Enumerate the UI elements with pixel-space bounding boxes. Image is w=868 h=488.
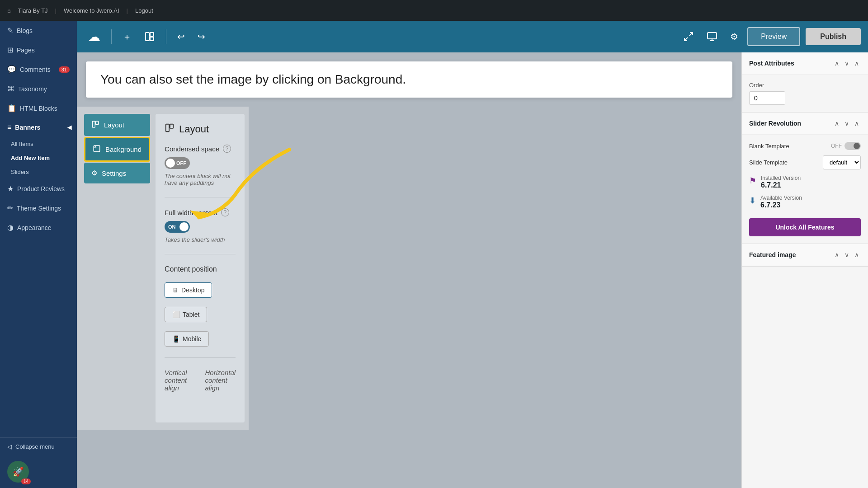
align-row: Vertical content align Horizontal conten… [165,369,236,403]
post-attributes-collapse-up[interactable]: ∧ [833,59,841,68]
avatar-badge: 14 [21,479,31,484]
condensed-toggle-knob [166,159,175,168]
undo-button[interactable]: ↩ [174,28,189,46]
full-width-toggle[interactable]: ON [165,221,190,233]
blank-template-row: Blank Template OFF [749,142,861,150]
fullscreen-button[interactable] [679,28,698,46]
position-tab-desktop[interactable]: 🖥 Desktop [165,282,212,298]
sr-collapse-up[interactable]: ∧ [833,119,841,128]
position-tab-tablet[interactable]: ⬜ Tablet [165,307,207,322]
panel-nav: Layout Background ⚙ Settings [84,114,150,422]
banners-arrow-icon: ◀ [67,124,71,131]
blank-template-toggle[interactable]: OFF [831,142,861,150]
sidebar-item-banners[interactable]: ≡ Banners ◀ [0,118,77,137]
comments-badge: 31 [59,66,70,73]
available-version-info: Available Version 6.7.23 [760,195,802,209]
svg-rect-9 [92,121,95,127]
taxonomy-icon: ⌘ [7,84,14,93]
redo-button[interactable]: ↪ [194,28,209,46]
sidebar-item-pages[interactable]: ⊞ Pages [0,40,77,60]
sidebar-item-comments[interactable]: 💬 Comments 31 [0,60,77,79]
fi-collapse-down[interactable]: ∨ [843,250,851,259]
svg-rect-5 [708,33,717,39]
welcome-link[interactable]: Welcome to Jwero.AI [64,7,119,14]
condensed-toggle[interactable]: OFF [165,157,190,169]
available-icon: ⬇ [749,196,756,206]
svg-rect-14 [170,124,173,128]
condensed-space-row: Condensed space ? OFF The content block … [165,145,236,197]
vertical-align-label: Vertical content align [165,369,187,392]
blank-template-knob [844,142,861,150]
banners-icon: ≡ [7,123,11,131]
fi-expand[interactable]: ∧ [853,250,861,259]
editor-left-panel: Layout Background ⚙ Settings [77,107,249,430]
content-position-row: Content position 🖥 Desktop ⬜ Tablet [165,265,236,358]
slide-template-row: Slide Template default blank custom [749,155,861,169]
site-name[interactable]: Tiara By TJ [18,7,48,14]
post-attributes-expand[interactable]: ∧ [853,59,861,68]
preview-button[interactable]: Preview [747,27,800,46]
sidebar-item-html-blocks[interactable]: 📋 HTML Blocks [0,99,77,118]
full-width-help-icon[interactable]: ? [221,208,229,216]
sr-expand[interactable]: ∧ [853,119,861,128]
panel-nav-settings[interactable]: ⚙ Settings [84,163,150,183]
panel-nav-background[interactable]: Background [84,137,150,162]
sidebar-item-sliders[interactable]: Sliders [0,165,77,179]
featured-image-controls: ∧ ∨ ∧ [833,250,861,259]
unlock-button[interactable]: Unlock All Features [749,218,861,236]
post-attributes-collapse-down[interactable]: ∨ [843,59,851,68]
featured-image-section: Featured image ∧ ∨ ∧ [742,244,868,267]
order-input[interactable] [749,91,785,105]
featured-image-title: Featured image [749,251,796,258]
svg-rect-11 [94,145,100,152]
svg-rect-10 [96,121,99,125]
installed-version-number: 6.7.21 [761,181,801,189]
position-tab-mobile[interactable]: 📱 Mobile [165,331,209,347]
avatar[interactable]: 🚀 14 [7,461,29,483]
publish-button[interactable]: Publish [806,28,861,45]
add-block-button[interactable]: ＋ [119,27,135,47]
condensed-help-icon[interactable]: ? [223,145,231,153]
cloud-button[interactable]: ☁ [84,26,104,48]
tablet-icon: ⬜ [172,311,180,318]
horizontal-align-label: Horizontal content align [205,369,236,392]
collapse-icon: ◁ [7,443,12,450]
panel-nav-layout[interactable]: Layout [84,114,150,136]
layout-nav-icon [91,120,99,130]
sidebar-item-taxonomy[interactable]: ⌘ Taxonomy [0,79,77,99]
target-button[interactable] [703,28,721,46]
sidebar-item-blogs[interactable]: ✎ Blogs [0,21,77,40]
pages-icon: ⊞ [7,46,13,54]
sr-collapse-down[interactable]: ∨ [843,119,851,128]
sidebar-item-theme-settings[interactable]: ✏ Theme Settings [0,198,77,218]
right-panel: Post Attributes ∧ ∨ ∧ Order [741,52,868,488]
sidebar-item-appearance[interactable]: ◑ Appearance [0,218,77,237]
post-attributes-title: Post Attributes [749,60,794,67]
svg-line-3 [689,33,693,36]
main-content: ☁ ＋ ↩ ↪ ⚙ Preview Publish [77,21,868,488]
content-position-label: Content position [165,265,217,273]
sidebar-item-product-reviews[interactable]: ★ Product Reviews [0,179,77,198]
tooltip-banner: You can also set the image by clicking o… [86,61,732,98]
order-label: Order [749,82,861,89]
post-attributes-section: Post Attributes ∧ ∨ ∧ Order [742,52,868,113]
slide-template-label: Slide Template [749,159,788,166]
slide-template-select[interactable]: default blank custom [823,155,861,169]
settings-panel: Layout Condensed space ? OFF [156,114,245,422]
separator-2: | [127,7,128,14]
layout-button[interactable] [141,28,159,46]
logout-link[interactable]: Logout [135,7,153,14]
sidebar-item-all-items[interactable]: All Items [0,137,77,151]
settings-button[interactable]: ⚙ [726,28,742,46]
post-attributes-body: Order [742,75,868,112]
desktop-icon: 🖥 [172,286,179,294]
fi-collapse-up[interactable]: ∧ [833,250,841,259]
collapse-menu[interactable]: ◁ Collapse menu [0,438,77,455]
mobile-icon: 📱 [172,335,180,343]
full-width-row: Full width content ? ON Takes the slider… [165,208,236,254]
html-blocks-icon: 📋 [7,104,16,113]
installed-icon: ⚑ [749,176,756,186]
sidebar-item-add-new[interactable]: Add New Item [0,151,77,165]
sidebar-bottom: ◁ Collapse menu 🚀 14 [0,437,77,488]
toolbar-right: ⚙ Preview Publish [679,27,861,46]
